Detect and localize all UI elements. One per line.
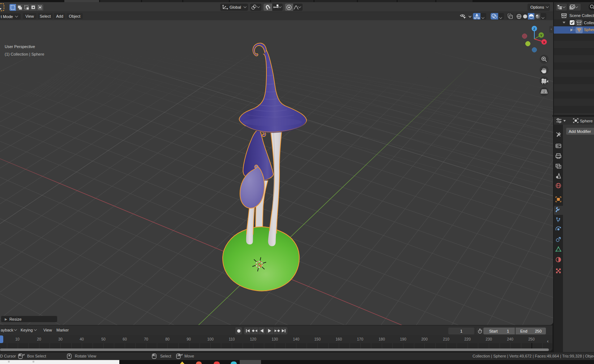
svg-text:Z: Z [533, 27, 535, 31]
svg-text:X: X [543, 40, 545, 44]
svg-text:Y: Y [540, 34, 542, 37]
